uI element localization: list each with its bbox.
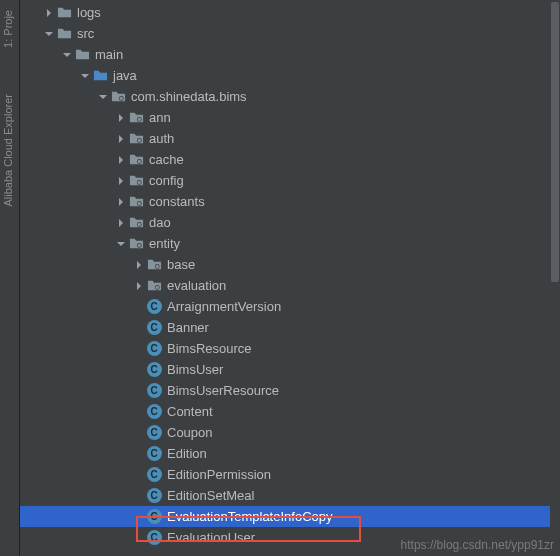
arrow-blank xyxy=(134,533,144,543)
tree-row[interactable]: constants xyxy=(20,191,560,212)
chevron-down-icon[interactable] xyxy=(80,71,90,81)
tree-row[interactable]: com.shinedata.bims xyxy=(20,86,560,107)
tree-row[interactable]: main xyxy=(20,44,560,65)
tree-row[interactable]: CCoupon xyxy=(20,422,560,443)
source-folder-icon xyxy=(92,68,108,84)
tree-item-label: EditionPermission xyxy=(167,467,271,482)
chevron-down-icon[interactable] xyxy=(62,50,72,60)
tree-row[interactable]: src xyxy=(20,23,560,44)
tree-item-label: dao xyxy=(149,215,171,230)
folder-icon xyxy=(74,47,90,63)
tree-item-label: Coupon xyxy=(167,425,213,440)
arrow-blank xyxy=(134,428,144,438)
tree-row[interactable]: CEvaluationTemplateInfoCopy xyxy=(20,506,560,527)
tree-item-label: constants xyxy=(149,194,205,209)
tree-row[interactable]: logs xyxy=(20,2,560,23)
svg-point-9 xyxy=(137,181,140,184)
chevron-right-icon[interactable] xyxy=(116,176,126,186)
class-icon: C xyxy=(146,446,162,462)
chevron-right-icon[interactable] xyxy=(134,281,144,291)
arrow-blank xyxy=(134,470,144,480)
tree-item-label: BimsResource xyxy=(167,341,252,356)
package-icon xyxy=(110,89,126,105)
class-icon: C xyxy=(146,530,162,546)
tree-row[interactable]: CEditionPermission xyxy=(20,464,560,485)
tree-row[interactable]: config xyxy=(20,170,560,191)
tree-item-label: main xyxy=(95,47,123,62)
svg-point-1 xyxy=(119,97,122,100)
arrow-blank xyxy=(134,386,144,396)
tree-row[interactable]: auth xyxy=(20,128,560,149)
tree-row[interactable]: ann xyxy=(20,107,560,128)
tree-item-label: evaluation xyxy=(167,278,226,293)
scrollbar-thumb[interactable] xyxy=(551,2,559,282)
chevron-right-icon[interactable] xyxy=(116,134,126,144)
package-icon xyxy=(146,278,162,294)
class-icon: C xyxy=(146,383,162,399)
arrow-blank xyxy=(134,449,144,459)
package-icon xyxy=(128,131,144,147)
svg-point-17 xyxy=(155,265,158,268)
tree-row[interactable]: evaluation xyxy=(20,275,560,296)
tree-row[interactable]: CBanner xyxy=(20,317,560,338)
class-icon: C xyxy=(146,425,162,441)
class-icon: C xyxy=(146,299,162,315)
class-icon: C xyxy=(146,341,162,357)
tree-row[interactable]: java xyxy=(20,65,560,86)
arrow-blank xyxy=(134,512,144,522)
tree-item-label: Edition xyxy=(167,446,207,461)
chevron-right-icon[interactable] xyxy=(116,113,126,123)
scrollbar[interactable] xyxy=(550,0,560,556)
chevron-right-icon[interactable] xyxy=(44,8,54,18)
svg-point-5 xyxy=(137,139,140,142)
tree-row[interactable]: CEdition xyxy=(20,443,560,464)
alibaba-cloud-tab[interactable]: Alibaba Cloud Explorer xyxy=(0,86,16,215)
folder-icon xyxy=(56,26,72,42)
project-tab[interactable]: 1: Proje xyxy=(0,2,16,56)
project-tree[interactable]: logssrcmainjavacom.shinedata.bimsannauth… xyxy=(20,0,560,556)
tree-item-label: BimsUser xyxy=(167,362,223,377)
arrow-blank xyxy=(134,323,144,333)
chevron-right-icon[interactable] xyxy=(116,218,126,228)
class-icon: C xyxy=(146,362,162,378)
arrow-blank xyxy=(134,344,144,354)
chevron-right-icon[interactable] xyxy=(116,155,126,165)
package-icon xyxy=(128,152,144,168)
tree-row[interactable]: CEditionSetMeal xyxy=(20,485,560,506)
chevron-right-icon[interactable] xyxy=(116,197,126,207)
tree-item-label: ArraignmentVersion xyxy=(167,299,281,314)
tree-row[interactable]: CBimsResource xyxy=(20,338,560,359)
tree-row[interactable]: CContent xyxy=(20,401,560,422)
package-icon xyxy=(128,194,144,210)
chevron-down-icon[interactable] xyxy=(98,92,108,102)
class-icon: C xyxy=(146,488,162,504)
tree-item-label: Banner xyxy=(167,320,209,335)
svg-point-11 xyxy=(137,202,140,205)
tree-row[interactable]: CArraignmentVersion xyxy=(20,296,560,317)
tree-row[interactable]: dao xyxy=(20,212,560,233)
chevron-down-icon[interactable] xyxy=(116,239,126,249)
svg-point-13 xyxy=(137,223,140,226)
tree-item-label: BimsUserResource xyxy=(167,383,279,398)
tree-item-label: EditionSetMeal xyxy=(167,488,254,503)
tree-row[interactable]: CBimsUserResource xyxy=(20,380,560,401)
sidebar-tool-tabs: 1: Proje Alibaba Cloud Explorer xyxy=(0,0,20,556)
tree-item-label: auth xyxy=(149,131,174,146)
tree-row[interactable]: CBimsUser xyxy=(20,359,560,380)
class-icon: C xyxy=(146,320,162,336)
watermark: https://blog.csdn.net/ypp91zr xyxy=(401,538,554,552)
tree-item-label: logs xyxy=(77,5,101,20)
tree-row[interactable]: base xyxy=(20,254,560,275)
chevron-down-icon[interactable] xyxy=(44,29,54,39)
package-icon xyxy=(128,236,144,252)
tree-row[interactable]: entity xyxy=(20,233,560,254)
arrow-blank xyxy=(134,491,144,501)
folder-icon xyxy=(56,5,72,21)
class-icon: C xyxy=(146,467,162,483)
tree-item-label: com.shinedata.bims xyxy=(131,89,247,104)
tree-row[interactable]: cache xyxy=(20,149,560,170)
tree-item-label: entity xyxy=(149,236,180,251)
arrow-blank xyxy=(134,365,144,375)
chevron-right-icon[interactable] xyxy=(134,260,144,270)
svg-point-3 xyxy=(137,118,140,121)
